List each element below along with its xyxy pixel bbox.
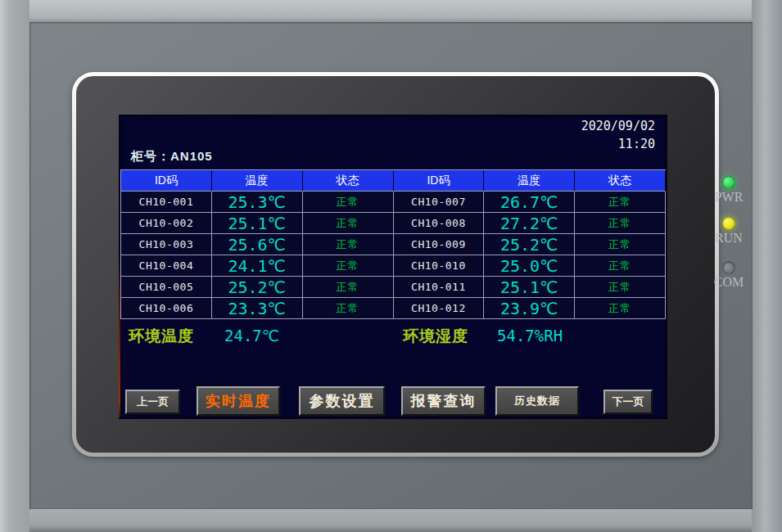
channel-id-cell: CH10-007 (394, 192, 485, 213)
status-cell: 正常 (303, 213, 394, 234)
bezel-edge-left (0, 0, 29, 532)
com-led (722, 261, 735, 274)
history-data-button[interactable]: 历史数据 (495, 386, 579, 416)
channel-id-cell: CH10-006 (121, 298, 212, 319)
channel-id-cell: CH10-009 (394, 234, 485, 255)
temperature-cell: 25.1℃ (212, 213, 303, 234)
power-led (722, 176, 735, 189)
channel-id-cell: CH10-001 (121, 192, 212, 213)
channel-id-cell: CH10-004 (121, 255, 212, 277)
channel-id-cell: CH10-010 (394, 255, 485, 277)
channel-id-cell: CH10-003 (121, 234, 212, 255)
status-cell: 正常 (303, 255, 394, 277)
environment-row: 环境温度 24.7℃ 环境湿度 54.7%RH (119, 326, 667, 347)
touchscreen-display[interactable]: 2020/09/02 11:20 柜号：AN105 ID码温度状态ID码温度状态… (119, 115, 667, 419)
channel-id-cell: CH10-012 (394, 298, 485, 319)
bezel-edge-bottom (0, 509, 782, 532)
run-led-label: RUN (706, 231, 752, 246)
ambient-temp-label: 环境温度 (129, 326, 194, 347)
com-led-label: COM (706, 275, 752, 290)
status-cell: 正常 (303, 298, 394, 319)
temperature-cell: 25.0℃ (484, 255, 575, 277)
column-header: ID码 (121, 170, 212, 192)
column-header: 状态 (575, 170, 666, 192)
temperature-cell: 27.2℃ (484, 213, 575, 234)
temperature-cell: 25.2℃ (212, 277, 303, 298)
cabinet-label: 柜号：AN105 (131, 149, 213, 165)
status-cell: 正常 (575, 192, 666, 213)
prev-page-button[interactable]: 上一页 (125, 390, 180, 414)
temperature-cell: 25.6℃ (212, 234, 303, 255)
time-text: 11:20 (581, 135, 655, 153)
channel-id-cell: CH10-005 (121, 277, 212, 298)
bezel-edge-top (0, 0, 782, 22)
led-panel: PWR RUN COM (706, 168, 752, 299)
ambient-humidity-value: 54.7%RH (497, 327, 563, 345)
status-cell: 正常 (575, 255, 666, 277)
column-header: 温度 (212, 170, 303, 192)
status-cell: 正常 (303, 192, 394, 213)
next-page-button[interactable]: 下一页 (603, 390, 653, 414)
channel-table: ID码温度状态ID码温度状态CH10-00125.3℃正常CH10-00726.… (120, 169, 666, 319)
ambient-temp-value: 24.7℃ (224, 327, 279, 345)
temperature-cell: 24.1℃ (212, 255, 303, 277)
column-header: 温度 (484, 170, 575, 192)
datetime-block: 2020/09/02 11:20 (581, 117, 655, 153)
status-cell: 正常 (575, 277, 666, 298)
temperature-cell: 23.9℃ (484, 298, 575, 319)
status-cell: 正常 (303, 277, 394, 298)
column-header: ID码 (394, 170, 485, 192)
alarm-query-button[interactable]: 报警查询 (401, 386, 486, 416)
status-cell: 正常 (575, 213, 666, 234)
ambient-humidity-label: 环境湿度 (403, 326, 468, 347)
bezel-edge-right (752, 0, 782, 532)
power-led-label: PWR (706, 190, 752, 205)
status-cell: 正常 (303, 234, 394, 255)
realtime-temp-button[interactable]: 实时温度 (197, 386, 280, 416)
temperature-cell: 23.3℃ (212, 298, 303, 319)
status-cell: 正常 (575, 298, 666, 319)
temperature-cell: 25.1℃ (484, 277, 575, 298)
date-text: 2020/09/02 (581, 117, 655, 135)
temperature-cell: 26.7℃ (484, 192, 575, 213)
run-led (722, 217, 735, 230)
parameter-settings-button[interactable]: 参数设置 (299, 386, 385, 416)
channel-id-cell: CH10-008 (394, 213, 485, 234)
temperature-cell: 25.2℃ (484, 234, 575, 255)
temperature-cell: 25.3℃ (212, 192, 303, 213)
status-cell: 正常 (575, 234, 666, 255)
channel-id-cell: CH10-011 (394, 277, 485, 298)
column-header: 状态 (303, 170, 394, 192)
hmi-device: 2020/09/02 11:20 柜号：AN105 ID码温度状态ID码温度状态… (0, 0, 782, 532)
channel-id-cell: CH10-002 (121, 213, 212, 234)
